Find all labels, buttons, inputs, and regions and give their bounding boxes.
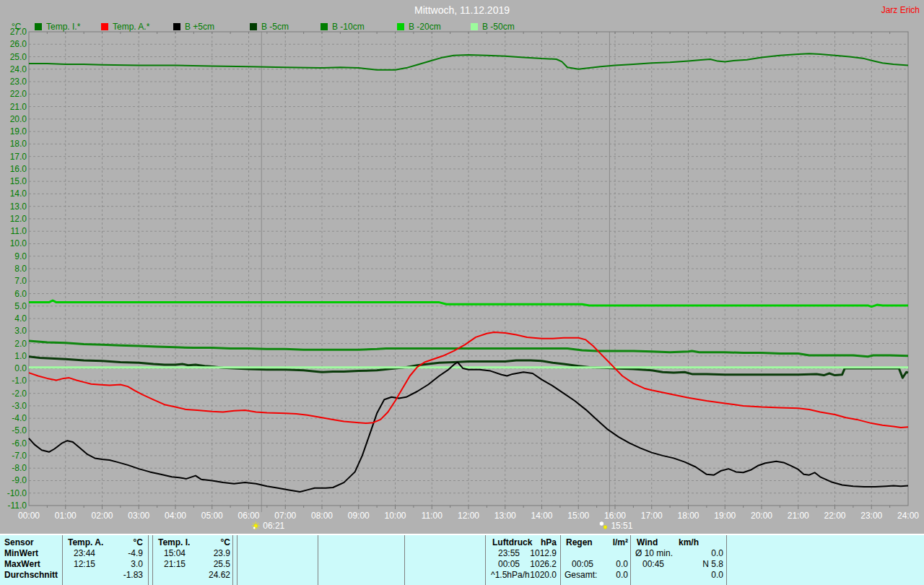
group-time: Ø 10 min. [635, 549, 673, 558]
y-tick-label: -1.0 [12, 376, 27, 386]
group-unit: hPa [541, 538, 557, 547]
x-tick-label: 13:00 [494, 511, 516, 521]
y-tick-label: -7.0 [12, 451, 27, 461]
group-unit: °C [134, 538, 143, 547]
group-value: 1026.2 [530, 560, 557, 569]
group-unit: °C [221, 538, 230, 547]
x-tick-label: 02:00 [91, 511, 113, 521]
panel-separator [726, 535, 727, 585]
x-tick-label: 09:00 [348, 511, 370, 521]
group-unit: km/h [679, 538, 699, 547]
row-label: Durchschnitt [4, 571, 58, 580]
group-header: Wind [637, 538, 658, 547]
y-tick-label: 23.0 [10, 77, 27, 87]
y-tick-label: 27.0 [10, 27, 27, 37]
x-tick-label: 00:00 [18, 511, 40, 521]
temperature-chart: -11.0-10.0-9.0-8.0-7.0-6.0-5.0-4.0-3.0-2… [0, 0, 924, 534]
panel-separator [148, 535, 149, 585]
group-value: -1.83 [123, 571, 143, 580]
group-unit: l/m² [613, 538, 628, 547]
group-time: ^1.5hPa/h [491, 571, 530, 580]
group-value: 24.62 [209, 571, 230, 580]
summary-panel: SensorMinWertMaxWertDurchschnittTemp. A.… [0, 534, 924, 585]
y-tick-label: 7.0 [14, 276, 27, 286]
y-tick-label: 21.0 [10, 102, 27, 112]
panel-separator [630, 535, 631, 585]
y-tick-label: 2.0 [14, 339, 27, 349]
group-header: Temp. A. [68, 538, 103, 547]
y-tick-label: 11.0 [11, 226, 27, 236]
x-tick-label: 07:00 [274, 511, 296, 521]
sunset-sun [603, 526, 607, 529]
sunrise-ray [253, 523, 253, 524]
row-label: MaxWert [4, 560, 40, 569]
sunrise-glint [253, 527, 256, 529]
sun-time-label: 15:51 [611, 521, 632, 531]
group-time: 23:55 [498, 549, 520, 558]
y-tick-label: 1.0 [14, 351, 27, 361]
y-tick-label: 19.0 [10, 126, 27, 136]
y-tick-label: 17.0 [10, 152, 27, 162]
group-time: 21:15 [164, 560, 186, 569]
x-tick-label: 16:00 [604, 511, 626, 521]
y-tick-label: 20.0 [10, 114, 27, 124]
group-time: 00:05 [572, 560, 593, 569]
sunset-moon [599, 521, 603, 526]
group-value: 25.5 [214, 560, 230, 569]
x-tick-label: 04:00 [165, 511, 186, 521]
group-value: 0.0 [711, 549, 723, 558]
y-tick-label: -2.0 [12, 389, 27, 399]
sunrise-ray [258, 527, 258, 528]
x-tick-label: 12:00 [458, 511, 479, 521]
group-header: Regen [566, 538, 593, 547]
panel-separator [485, 535, 486, 585]
y-tick-label: 24.0 [10, 64, 27, 74]
y-tick-label: -5.0 [12, 425, 27, 436]
y-tick-label: 3.0 [14, 326, 27, 336]
x-tick-label: 24:00 [897, 511, 919, 521]
row-label: Sensor [4, 538, 34, 547]
y-tick-label: 26.0 [10, 39, 27, 49]
x-tick-label: 19:00 [714, 511, 736, 521]
group-time: 23:44 [74, 549, 95, 558]
panel-separator [560, 535, 561, 585]
group-value: 0.0 [616, 571, 628, 580]
y-tick-label: 18.0 [10, 139, 27, 149]
panel-separator [62, 535, 63, 585]
sunrise-ray [258, 523, 258, 524]
y-tick-label: 6.0 [14, 289, 27, 299]
group-value: N 5.8 [702, 560, 723, 569]
x-tick-label: 06:00 [237, 511, 259, 521]
x-tick-label: 11:00 [422, 511, 443, 521]
group-value: 1020.0 [530, 571, 557, 580]
group-value: 3.0 [131, 560, 143, 569]
y-tick-label: 10.0 [10, 238, 27, 248]
panel-separator [237, 535, 237, 585]
group-value: 0.0 [616, 560, 628, 569]
y-tick-label: 9.0 [14, 251, 27, 261]
group-value: 23.9 [214, 549, 230, 558]
group-header: Luftdruck [492, 538, 532, 547]
x-tick-label: 21:00 [788, 511, 809, 521]
y-tick-label: 22.0 [10, 89, 27, 99]
group-time: Gesamt: [565, 571, 597, 580]
y-tick-label: -6.0 [12, 438, 27, 448]
y-tick-label: 0.0 [14, 363, 27, 373]
y-tick-label: 13.0 [10, 202, 27, 212]
y-tick-label: 16.0 [10, 164, 27, 174]
y-tick-label: 4.0 [14, 313, 27, 324]
y-tick-label: 25.0 [10, 52, 27, 62]
group-header: Temp. I. [158, 538, 190, 547]
panel-separator [232, 535, 233, 585]
y-tick-label: -4.0 [12, 413, 27, 423]
row-label: MinWert [4, 549, 38, 558]
group-value: 0.0 [711, 571, 723, 580]
group-value: -4.9 [128, 549, 143, 558]
panel-separator [152, 535, 153, 585]
y-tick-label: -9.0 [12, 475, 27, 485]
y-tick-label: 5.0 [14, 301, 27, 311]
x-tick-label: 20:00 [751, 511, 772, 521]
x-tick-label: 10:00 [384, 511, 406, 521]
x-tick-label: 03:00 [128, 511, 149, 521]
y-tick-label: -10.0 [7, 488, 27, 498]
